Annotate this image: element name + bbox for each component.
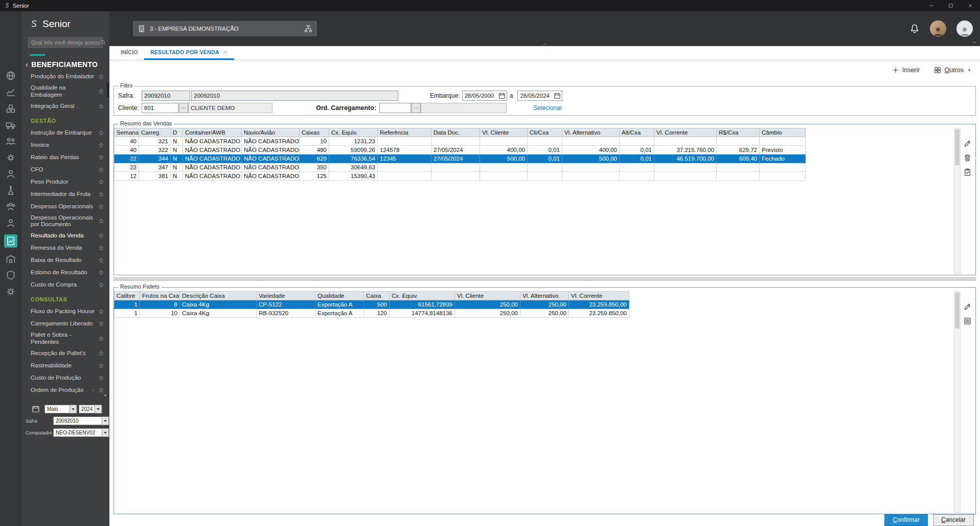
- module-title[interactable]: ‹ BENEFICIAMENTO: [21, 59, 109, 71]
- table-row[interactable]: 40321NNÃO CADASTRADONÃO CADASTRADO101231…: [115, 137, 806, 146]
- ord-carregamento-input[interactable]: [379, 103, 411, 113]
- confirmar-button[interactable]: Confirmar: [884, 514, 928, 526]
- column-header[interactable]: D: [171, 128, 183, 137]
- favorite-star-icon[interactable]: [98, 167, 104, 173]
- sidebar-item-peso-produtor[interactable]: Peso Produtor: [21, 176, 107, 188]
- favorite-star-icon[interactable]: [98, 142, 104, 148]
- producer-icon[interactable]: [6, 169, 16, 179]
- titlebar-drag-area[interactable]: [29, 0, 922, 11]
- sidebar-item-baixa-de-resultado[interactable]: Baixa de Resultado: [21, 254, 107, 267]
- pallets-scrollbar-thumb[interactable]: [955, 293, 960, 328]
- details-list-icon[interactable]: [963, 317, 972, 325]
- tab-inicio[interactable]: INÍCIO: [115, 46, 144, 60]
- ord-browse-button[interactable]: [412, 103, 421, 113]
- favorite-star-icon[interactable]: [98, 350, 104, 357]
- favorite-star-icon[interactable]: [98, 336, 104, 342]
- sidebar-item-fluxo-do-packing-house[interactable]: Fluxo do Packing House: [21, 305, 107, 318]
- favorite-star-icon[interactable]: [98, 321, 104, 327]
- favorite-star-icon[interactable]: [98, 257, 104, 264]
- column-header[interactable]: Cx. Equiv.: [390, 292, 455, 300]
- table-row[interactable]: 18Caixa 4KgCP-5122Exportação A50061561,7…: [115, 300, 629, 309]
- sidebar-item-intermediador-da-fruta[interactable]: Intermediador da Fruta: [21, 188, 107, 201]
- selecionar-link[interactable]: Selecionar: [533, 104, 562, 112]
- profile-menu-avatar[interactable]: [956, 20, 973, 37]
- company-selector-button[interactable]: 3 - EMPRESA DEMONSTRAÇÃO: [133, 21, 317, 36]
- globe-icon[interactable]: [6, 71, 16, 81]
- column-header[interactable]: Data Doc.: [431, 128, 480, 137]
- favorite-star-icon[interactable]: [98, 309, 104, 315]
- outros-button[interactable]: Outros: [934, 67, 972, 74]
- production-icon[interactable]: [6, 103, 16, 114]
- year-select[interactable]: 2024: [79, 405, 102, 413]
- column-header[interactable]: Qualidade: [315, 292, 364, 300]
- sidebar-item-instrucao-de-embarque[interactable]: Instrução de Embarque: [21, 127, 107, 139]
- favorite-star-icon[interactable]: [98, 204, 104, 210]
- sidebar-item-custo-de-compra[interactable]: Custo de Compra: [21, 279, 107, 291]
- column-header[interactable]: Container/AWB: [183, 128, 242, 137]
- sidebar-item-invoice[interactable]: Invoice: [21, 139, 107, 151]
- sidebar-item-despesas-operacionais-por-documento[interactable]: Despesas Operacionais por Documento: [21, 213, 107, 230]
- maximize-button[interactable]: [941, 0, 961, 11]
- sidebar-item-cfo[interactable]: CFO: [21, 164, 107, 176]
- column-header[interactable]: Câmbio: [760, 128, 806, 137]
- vendas-scrollbar-thumb[interactable]: [955, 129, 960, 165]
- person-icon[interactable]: [6, 218, 16, 228]
- favorite-star-icon[interactable]: [98, 179, 104, 185]
- table-row[interactable]: 23347NNÃO CADASTRADONÃO CADASTRADO350306…: [115, 163, 806, 172]
- team-icon[interactable]: [6, 202, 16, 212]
- sidebar-item-integracao-geral[interactable]: Integração Geral: [21, 100, 107, 113]
- column-header[interactable]: Variedade: [257, 292, 315, 300]
- favorite-star-icon[interactable]: [98, 130, 104, 136]
- table-row[interactable]: 40322NNÃO CADASTRADONÃO CADASTRADO480590…: [115, 146, 806, 155]
- analytics-icon[interactable]: [6, 87, 16, 97]
- tab-resultado-por-venda[interactable]: RESULTADO POR VENDA: [144, 46, 234, 60]
- column-header[interactable]: Cx. Equiv.: [329, 128, 378, 137]
- security-icon[interactable]: [6, 270, 16, 280]
- sidebar-item-pallet-e-sobra-pendentes[interactable]: Pallet e Sobra - Pendentes: [21, 330, 107, 347]
- favorite-star-icon[interactable]: [98, 233, 104, 239]
- column-header[interactable]: Caixa: [364, 292, 390, 300]
- edit-row-icon[interactable]: [963, 139, 972, 148]
- favorite-star-icon[interactable]: [98, 155, 104, 161]
- close-tab-icon[interactable]: [223, 50, 228, 55]
- profile-chevron-down-icon[interactable]: [971, 39, 977, 46]
- favorite-star-icon[interactable]: [98, 89, 104, 95]
- calendar-icon[interactable]: [498, 92, 506, 99]
- favorite-star-icon[interactable]: [98, 191, 104, 198]
- column-header[interactable]: Navio/Avião: [242, 128, 300, 137]
- lab-icon[interactable]: [6, 185, 16, 195]
- minimize-button[interactable]: [922, 0, 941, 11]
- column-header[interactable]: Carreg.: [139, 128, 171, 137]
- safra-select[interactable]: 20092010: [53, 417, 109, 425]
- table-row[interactable]: 110Caixa 4KgRB-932520Exportação A1201477…: [115, 309, 629, 318]
- table-row[interactable]: 12381NNÃO CADASTRADONÃO CADASTRADO125153…: [115, 172, 806, 181]
- column-header[interactable]: Vl. Cliente: [480, 128, 528, 137]
- cliente-code-input[interactable]: [142, 103, 178, 113]
- computador-select[interactable]: NEO-DESENV02: [53, 428, 109, 437]
- panel-splitter[interactable]: [113, 277, 976, 281]
- sidebar-item-estorno-de-resultado[interactable]: Estorno de Resultado: [21, 267, 107, 279]
- clipboard-check-icon[interactable]: [963, 168, 972, 177]
- column-header[interactable]: Vl. Corrente: [654, 128, 717, 137]
- column-header[interactable]: Referência: [378, 128, 431, 137]
- sidebar-search[interactable]: [28, 37, 103, 48]
- cliente-browse-button[interactable]: [179, 103, 188, 113]
- collapse-header-chevron-icon[interactable]: [541, 41, 549, 48]
- column-header[interactable]: Cli/Cxa: [528, 128, 562, 137]
- sidebar-item-rateio-das-perdas[interactable]: Rateio das Perdas: [21, 151, 107, 164]
- settings-icon[interactable]: [6, 287, 16, 297]
- edit-row-icon[interactable]: [963, 302, 972, 311]
- sidebar-item-despesas-operacionais[interactable]: Despesas Operacionais: [21, 201, 107, 213]
- sidebar-search-input[interactable]: [31, 39, 100, 46]
- logistics-icon[interactable]: [6, 120, 16, 130]
- favorite-star-icon[interactable]: [98, 375, 104, 381]
- notifications-bell-icon[interactable]: [909, 24, 920, 34]
- column-header[interactable]: Vl. Corrente: [569, 292, 629, 300]
- user-avatar[interactable]: [930, 20, 946, 37]
- column-header[interactable]: Descrição Caixa: [180, 292, 257, 300]
- sidebar-item-rastreabilidade[interactable]: Rastreabilidade: [21, 360, 107, 372]
- pallets-scrollbar[interactable]: [954, 291, 961, 513]
- sidebar-item-remessa-da-venda[interactable]: Remessa da Venda: [21, 242, 107, 254]
- favorite-star-icon[interactable]: [98, 270, 104, 276]
- favorite-star-icon[interactable]: [98, 387, 104, 393]
